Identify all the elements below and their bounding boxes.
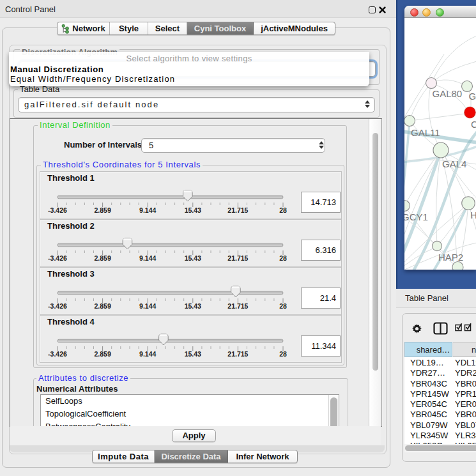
svg-text:21.715: 21.715 bbox=[227, 302, 248, 310]
svg-text:15.43: 15.43 bbox=[185, 206, 201, 214]
svg-text:21.715: 21.715 bbox=[227, 254, 248, 262]
svg-text:GAL11: GAL11 bbox=[411, 127, 440, 138]
svg-text:15.43: 15.43 bbox=[185, 350, 201, 358]
svg-text:HA: HA bbox=[470, 210, 476, 220]
svg-text:2.859: 2.859 bbox=[94, 254, 111, 262]
svg-text:GAL80: GAL80 bbox=[433, 88, 463, 99]
svg-text:9.144: 9.144 bbox=[139, 254, 156, 262]
svg-text:-3.426: -3.426 bbox=[48, 350, 67, 358]
svg-text:GA: GA bbox=[469, 91, 476, 102]
svg-text:GAL4: GAL4 bbox=[442, 158, 466, 169]
svg-text:9.144: 9.144 bbox=[139, 206, 156, 214]
svg-text:-3.426: -3.426 bbox=[48, 302, 67, 310]
svg-text:-3.426: -3.426 bbox=[48, 206, 67, 214]
svg-text:15.43: 15.43 bbox=[185, 302, 201, 310]
svg-text:GCY1: GCY1 bbox=[404, 211, 428, 222]
svg-text:CD: CD bbox=[471, 119, 476, 130]
svg-text:2.859: 2.859 bbox=[94, 302, 111, 310]
svg-text:28: 28 bbox=[279, 254, 287, 262]
svg-text:9.144: 9.144 bbox=[139, 302, 156, 310]
svg-text:15.43: 15.43 bbox=[185, 254, 201, 262]
svg-text:2.859: 2.859 bbox=[94, 350, 111, 358]
svg-text:9.144: 9.144 bbox=[139, 350, 156, 358]
svg-text:21.715: 21.715 bbox=[227, 350, 248, 358]
svg-text:21.715: 21.715 bbox=[227, 206, 248, 214]
svg-text:28: 28 bbox=[279, 350, 287, 358]
svg-text:28: 28 bbox=[279, 302, 287, 310]
svg-text:-3.426: -3.426 bbox=[48, 254, 67, 262]
svg-text:28: 28 bbox=[279, 206, 287, 214]
svg-text:2.859: 2.859 bbox=[94, 206, 111, 214]
svg-text:HAP2: HAP2 bbox=[438, 252, 463, 263]
